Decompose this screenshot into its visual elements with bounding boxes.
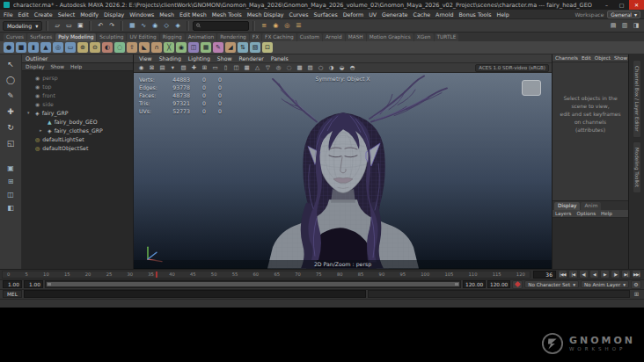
boolean-icon[interactable]: ◐: [102, 42, 113, 53]
outliner-item[interactable]: ▸ ◈ fairy_clothes_GRP: [22, 126, 133, 134]
step-forward-frame-button[interactable]: ▶|: [621, 270, 631, 279]
single-pane-layout-icon[interactable]: ▣: [4, 163, 18, 174]
shelf-tab[interactable]: Sculpting: [97, 33, 126, 41]
menu-item[interactable]: Edit: [18, 11, 29, 18]
menu-item[interactable]: Select: [58, 11, 75, 18]
outliner-menu-item[interactable]: Show: [50, 64, 64, 69]
menu-item[interactable]: Modify: [80, 11, 99, 18]
status-separator[interactable]: [46, 21, 48, 31]
lock-camera-icon[interactable]: ⊠: [147, 63, 157, 72]
shelf-tab[interactable]: Arnold: [323, 33, 345, 41]
snap-to-point-icon[interactable]: ◉: [150, 20, 160, 31]
shelf-tab[interactable]: Curves: [4, 33, 26, 41]
shelf-tab[interactable]: Animation: [186, 33, 217, 41]
new-scene-icon[interactable]: ▱: [52, 20, 62, 31]
select-tool-icon[interactable]: ↖: [4, 57, 18, 71]
menu-item[interactable]: UV: [369, 11, 377, 18]
combine-icon[interactable]: ⊕: [77, 42, 88, 53]
anim-layer-dropdown[interactable]: No Anim Layer ▾: [581, 280, 629, 288]
poly-cylinder-icon[interactable]: ▮: [28, 42, 39, 53]
poly-cone-icon[interactable]: ▲: [40, 42, 51, 53]
shelf-tab[interactable]: Rigging: [160, 33, 185, 41]
poly-sphere-icon[interactable]: ●: [4, 42, 14, 53]
outliner-menu-item[interactable]: Help: [70, 64, 82, 69]
shelf-tab[interactable]: FX: [250, 33, 261, 41]
smooth-icon[interactable]: ◌: [114, 42, 125, 53]
search-box[interactable]: [193, 21, 249, 31]
character-set-dropdown[interactable]: No Character Set ▾: [524, 280, 579, 288]
render-icon[interactable]: ◉: [270, 20, 281, 31]
crease-icon[interactable]: ◢: [225, 42, 236, 53]
shelf-tab[interactable]: Surfaces: [27, 33, 55, 41]
ipr-render-icon[interactable]: ◎: [282, 20, 292, 31]
viewport-corner-widget[interactable]: [522, 80, 541, 96]
current-frame-field[interactable]: 36: [533, 271, 556, 279]
lighting-icon[interactable]: ○: [316, 63, 326, 72]
animation-start-field[interactable]: 1.00: [3, 280, 22, 288]
menu-item[interactable]: Generate: [382, 11, 407, 18]
shelf-tab[interactable]: MASH: [346, 33, 366, 41]
channel-box-menu-item[interactable]: Edit: [582, 55, 591, 61]
sculpt-tool-icon[interactable]: ✎: [213, 42, 223, 53]
auto-key-button[interactable]: [512, 280, 523, 289]
outliner-item[interactable]: ◎ defaultObjectSet: [22, 143, 133, 152]
command-feedback[interactable]: [368, 290, 631, 298]
menu-item[interactable]: Edit Mesh: [179, 11, 207, 18]
play-backwards-button[interactable]: ◀: [589, 270, 599, 279]
menu-item[interactable]: Mesh Display: [247, 11, 284, 18]
poly-plane-icon[interactable]: ▭: [65, 42, 76, 53]
four-pane-layout-icon[interactable]: ⊞: [4, 176, 18, 187]
wireframe-on-shaded-icon[interactable]: ▩: [295, 63, 304, 72]
playback-start-field[interactable]: 1.00: [24, 280, 43, 288]
menu-item[interactable]: Deform: [343, 11, 363, 18]
persp-outliner-layout-icon[interactable]: ◧: [4, 202, 18, 214]
gate-mask-icon[interactable]: ◫: [231, 63, 241, 72]
menu-item[interactable]: Windows: [129, 11, 154, 18]
make-live-icon[interactable]: ◈: [172, 20, 183, 31]
normals-icon[interactable]: ⇅: [238, 42, 248, 53]
shelf-tab[interactable]: Motion Graphics: [367, 33, 413, 41]
safe-title-icon[interactable]: ▽: [263, 63, 273, 72]
attribute-editor-toggle-icon[interactable]: ▥: [619, 20, 630, 31]
center-pivot-icon[interactable]: ⊡: [262, 42, 273, 53]
step-back-key-button[interactable]: ◀|: [579, 270, 589, 279]
step-forward-key-button[interactable]: |▶: [611, 270, 620, 279]
menu-item[interactable]: Mesh: [159, 11, 174, 18]
expand-arrow-icon[interactable]: ▸: [40, 127, 45, 133]
render-settings-icon[interactable]: ☰: [293, 20, 304, 31]
mirror-icon[interactable]: ◫: [188, 42, 199, 53]
range-slider-bar[interactable]: [47, 282, 459, 286]
rotate-tool-icon[interactable]: ↻: [4, 120, 18, 134]
viewport-menu-item[interactable]: Show: [217, 55, 232, 62]
film-gate-icon[interactable]: ▭: [210, 63, 220, 72]
status-separator[interactable]: [89, 21, 91, 31]
redo-icon[interactable]: ↷: [106, 20, 117, 31]
extrude-icon[interactable]: ⇧: [127, 42, 137, 53]
channel-box-menu-item[interactable]: Show: [614, 55, 627, 61]
menu-item[interactable]: Bonus Tools: [458, 11, 491, 18]
maximize-button[interactable]: ▢: [614, 0, 629, 10]
go-to-end-button[interactable]: ▶▶|: [632, 270, 641, 279]
select-camera-icon[interactable]: ◉: [136, 63, 146, 72]
poly-cube-icon[interactable]: ■: [16, 42, 26, 53]
shelf-tab[interactable]: Rendering: [217, 33, 249, 41]
target-weld-icon[interactable]: ◉: [176, 42, 187, 53]
current-frame-marker[interactable]: [156, 272, 157, 278]
layer-editor-menu-item[interactable]: Layers: [555, 211, 572, 216]
2d-pan-zoom-icon[interactable]: ✚: [189, 63, 199, 72]
layer-editor-menu-item[interactable]: Options: [577, 211, 596, 216]
outliner-item[interactable]: ▾ ◈ fairy_GRP: [22, 108, 133, 117]
tool-settings-toggle-icon[interactable]: ◨: [631, 20, 641, 31]
status-separator[interactable]: [121, 21, 123, 31]
menu-item[interactable]: Cache: [413, 11, 430, 18]
channel-box-menu-item[interactable]: Channels: [555, 55, 578, 61]
menu-item[interactable]: Create: [34, 11, 53, 18]
viewport-menu-item[interactable]: Lighting: [188, 55, 210, 62]
go-to-start-button[interactable]: |◀◀: [558, 270, 567, 279]
outliner-item[interactable]: ▲ fairy_body_GEO: [22, 117, 133, 126]
viewport-menu-item[interactable]: View: [139, 55, 152, 62]
title-bar[interactable]: character.ma* - Autodesk MAYA 2026.2: E:…: [0, 0, 644, 10]
shelf-tab[interactable]: FX Caching: [262, 33, 296, 41]
open-scene-icon[interactable]: ▭: [63, 20, 74, 31]
sidebar-vertical-tab[interactable]: Modeling Toolkit: [633, 141, 641, 193]
